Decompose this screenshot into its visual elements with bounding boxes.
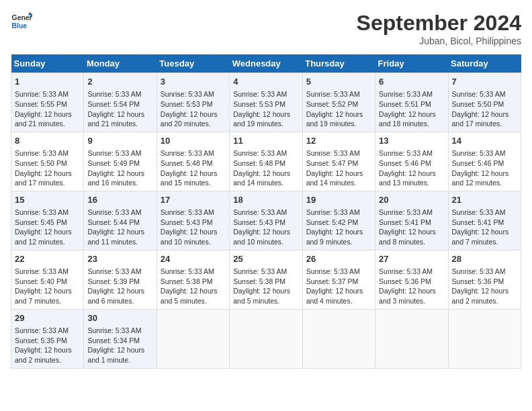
sunrise-text: Sunrise: 5:33 AM bbox=[87, 208, 141, 216]
sunrise-text: Sunrise: 5:33 AM bbox=[87, 267, 141, 275]
daylight-text: Daylight: 12 hours and 16 minutes. bbox=[87, 169, 144, 187]
sunrise-text: Sunrise: 5:33 AM bbox=[379, 149, 433, 157]
day-number: 3 bbox=[161, 76, 226, 88]
day-number: 16 bbox=[87, 194, 152, 206]
table-row: 14Sunrise: 5:33 AMSunset: 5:46 PMDayligh… bbox=[448, 132, 521, 191]
day-number: 27 bbox=[379, 253, 444, 265]
sunrise-text: Sunrise: 5:33 AM bbox=[15, 267, 69, 275]
table-row: 3Sunrise: 5:33 AMSunset: 5:53 PMDaylight… bbox=[157, 73, 229, 132]
daylight-text: Daylight: 12 hours and 1 minute. bbox=[87, 346, 144, 364]
sunset-text: Sunset: 5:36 PM bbox=[452, 277, 504, 285]
daylight-text: Daylight: 12 hours and 12 minutes. bbox=[452, 169, 509, 187]
sunrise-text: Sunrise: 5:33 AM bbox=[161, 267, 214, 275]
calendar-week-row: 29Sunrise: 5:33 AMSunset: 5:35 PMDayligh… bbox=[11, 309, 521, 368]
day-number: 26 bbox=[306, 253, 371, 265]
svg-marker-2 bbox=[28, 12, 32, 15]
header-monday: Monday bbox=[84, 54, 157, 73]
table-row: 17Sunrise: 5:33 AMSunset: 5:43 PMDayligh… bbox=[157, 191, 229, 250]
daylight-text: Daylight: 12 hours and 14 minutes. bbox=[233, 169, 290, 187]
daylight-text: Daylight: 12 hours and 5 minutes. bbox=[161, 287, 218, 305]
sunrise-text: Sunrise: 5:33 AM bbox=[161, 149, 214, 157]
sunrise-text: Sunrise: 5:33 AM bbox=[87, 149, 141, 157]
sunset-text: Sunset: 5:50 PM bbox=[15, 159, 67, 167]
sunset-text: Sunset: 5:39 PM bbox=[87, 277, 140, 285]
table-row bbox=[157, 309, 229, 368]
sunset-text: Sunset: 5:49 PM bbox=[87, 159, 140, 167]
table-row: 26Sunrise: 5:33 AMSunset: 5:37 PMDayligh… bbox=[302, 250, 375, 309]
day-number: 6 bbox=[379, 76, 444, 88]
sunset-text: Sunset: 5:52 PM bbox=[306, 100, 359, 108]
sunrise-text: Sunrise: 5:33 AM bbox=[379, 267, 433, 275]
table-row: 19Sunrise: 5:33 AMSunset: 5:42 PMDayligh… bbox=[302, 191, 375, 250]
sunrise-text: Sunrise: 5:33 AM bbox=[379, 208, 433, 216]
table-row: 22Sunrise: 5:33 AMSunset: 5:40 PMDayligh… bbox=[11, 250, 84, 309]
table-row: 25Sunrise: 5:33 AMSunset: 5:38 PMDayligh… bbox=[230, 250, 302, 309]
sunset-text: Sunset: 5:54 PM bbox=[87, 100, 140, 108]
day-number: 19 bbox=[306, 194, 371, 206]
page-header: General Blue September 2024 Juban, Bicol… bbox=[11, 11, 521, 46]
daylight-text: Daylight: 12 hours and 8 minutes. bbox=[379, 228, 436, 246]
table-row: 29Sunrise: 5:33 AMSunset: 5:35 PMDayligh… bbox=[11, 309, 84, 368]
daylight-text: Daylight: 12 hours and 2 minutes. bbox=[15, 346, 72, 364]
header-friday: Friday bbox=[375, 54, 448, 73]
day-number: 18 bbox=[233, 194, 298, 206]
table-row: 4Sunrise: 5:33 AMSunset: 5:53 PMDaylight… bbox=[230, 73, 302, 132]
table-row: 30Sunrise: 5:33 AMSunset: 5:34 PMDayligh… bbox=[84, 309, 157, 368]
sunrise-text: Sunrise: 5:33 AM bbox=[233, 149, 287, 157]
sunset-text: Sunset: 5:40 PM bbox=[15, 277, 67, 285]
sunset-text: Sunset: 5:42 PM bbox=[306, 218, 359, 226]
day-number: 21 bbox=[452, 194, 517, 206]
day-number: 10 bbox=[161, 135, 226, 147]
calendar-week-row: 15Sunrise: 5:33 AMSunset: 5:45 PMDayligh… bbox=[11, 191, 521, 250]
day-number: 30 bbox=[87, 312, 152, 324]
table-row: 23Sunrise: 5:33 AMSunset: 5:39 PMDayligh… bbox=[84, 250, 157, 309]
day-number: 11 bbox=[233, 135, 298, 147]
sunrise-text: Sunrise: 5:33 AM bbox=[452, 90, 506, 98]
sunset-text: Sunset: 5:41 PM bbox=[379, 218, 431, 226]
daylight-text: Daylight: 12 hours and 7 minutes. bbox=[452, 228, 509, 246]
sunset-text: Sunset: 5:55 PM bbox=[15, 100, 67, 108]
table-row: 21Sunrise: 5:33 AMSunset: 5:41 PMDayligh… bbox=[448, 191, 521, 250]
day-number: 1 bbox=[15, 76, 80, 88]
daylight-text: Daylight: 12 hours and 20 minutes. bbox=[161, 110, 218, 128]
daylight-text: Daylight: 12 hours and 3 minutes. bbox=[379, 287, 436, 305]
sunset-text: Sunset: 5:38 PM bbox=[233, 277, 285, 285]
title-area: September 2024 Juban, Bicol, Philippines bbox=[357, 11, 521, 46]
day-number: 29 bbox=[15, 312, 80, 324]
day-number: 15 bbox=[15, 194, 80, 206]
table-row: 15Sunrise: 5:33 AMSunset: 5:45 PMDayligh… bbox=[11, 191, 84, 250]
sunset-text: Sunset: 5:38 PM bbox=[161, 277, 213, 285]
sunrise-text: Sunrise: 5:33 AM bbox=[379, 90, 433, 98]
sunrise-text: Sunrise: 5:33 AM bbox=[161, 208, 214, 216]
table-row: 8Sunrise: 5:33 AMSunset: 5:50 PMDaylight… bbox=[11, 132, 84, 191]
sunset-text: Sunset: 5:48 PM bbox=[233, 159, 285, 167]
sunrise-text: Sunrise: 5:33 AM bbox=[452, 208, 506, 216]
sunrise-text: Sunrise: 5:33 AM bbox=[87, 326, 141, 334]
daylight-text: Daylight: 12 hours and 14 minutes. bbox=[306, 169, 363, 187]
table-row: 2Sunrise: 5:33 AMSunset: 5:54 PMDaylight… bbox=[84, 73, 157, 132]
table-row: 16Sunrise: 5:33 AMSunset: 5:44 PMDayligh… bbox=[84, 191, 157, 250]
table-row: 12Sunrise: 5:33 AMSunset: 5:47 PMDayligh… bbox=[302, 132, 375, 191]
table-row: 24Sunrise: 5:33 AMSunset: 5:38 PMDayligh… bbox=[157, 250, 229, 309]
daylight-text: Daylight: 12 hours and 18 minutes. bbox=[379, 110, 436, 128]
table-row: 5Sunrise: 5:33 AMSunset: 5:52 PMDaylight… bbox=[302, 73, 375, 132]
sunset-text: Sunset: 5:51 PM bbox=[379, 100, 431, 108]
table-row: 11Sunrise: 5:33 AMSunset: 5:48 PMDayligh… bbox=[230, 132, 302, 191]
sunset-text: Sunset: 5:44 PM bbox=[87, 218, 140, 226]
daylight-text: Daylight: 12 hours and 21 minutes. bbox=[87, 110, 144, 128]
daylight-text: Daylight: 12 hours and 13 minutes. bbox=[379, 169, 436, 187]
daylight-text: Daylight: 12 hours and 5 minutes. bbox=[233, 287, 290, 305]
table-row: 6Sunrise: 5:33 AMSunset: 5:51 PMDaylight… bbox=[375, 73, 448, 132]
table-row bbox=[230, 309, 302, 368]
daylight-text: Daylight: 12 hours and 10 minutes. bbox=[161, 228, 218, 246]
logo-icon: General Blue bbox=[11, 11, 32, 32]
sunrise-text: Sunrise: 5:33 AM bbox=[306, 149, 360, 157]
sunset-text: Sunset: 5:46 PM bbox=[379, 159, 431, 167]
sunset-text: Sunset: 5:47 PM bbox=[306, 159, 359, 167]
table-row: 7Sunrise: 5:33 AMSunset: 5:50 PMDaylight… bbox=[448, 73, 521, 132]
table-row: 18Sunrise: 5:33 AMSunset: 5:43 PMDayligh… bbox=[230, 191, 302, 250]
daylight-text: Daylight: 12 hours and 17 minutes. bbox=[15, 169, 72, 187]
daylight-text: Daylight: 12 hours and 17 minutes. bbox=[452, 110, 509, 128]
day-number: 13 bbox=[379, 135, 444, 147]
sunset-text: Sunset: 5:34 PM bbox=[87, 336, 140, 345]
